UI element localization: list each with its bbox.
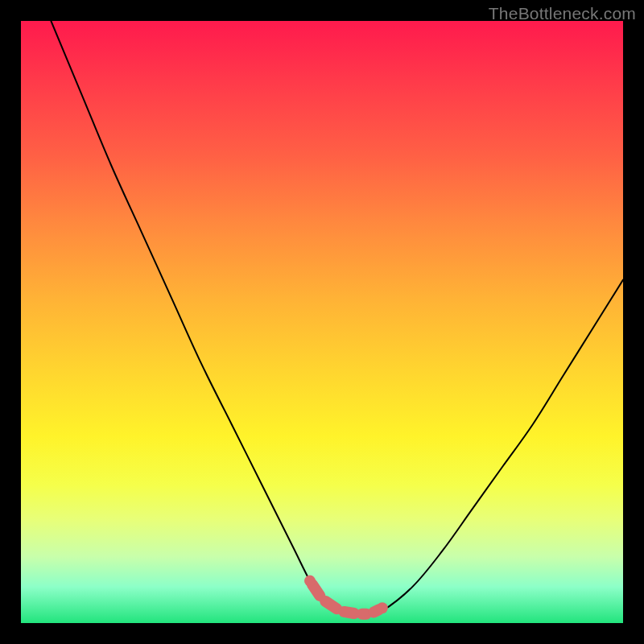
plot-area [21, 21, 623, 623]
watermark-text: TheBottleneck.com [489, 4, 636, 23]
gradient-background [21, 21, 623, 623]
